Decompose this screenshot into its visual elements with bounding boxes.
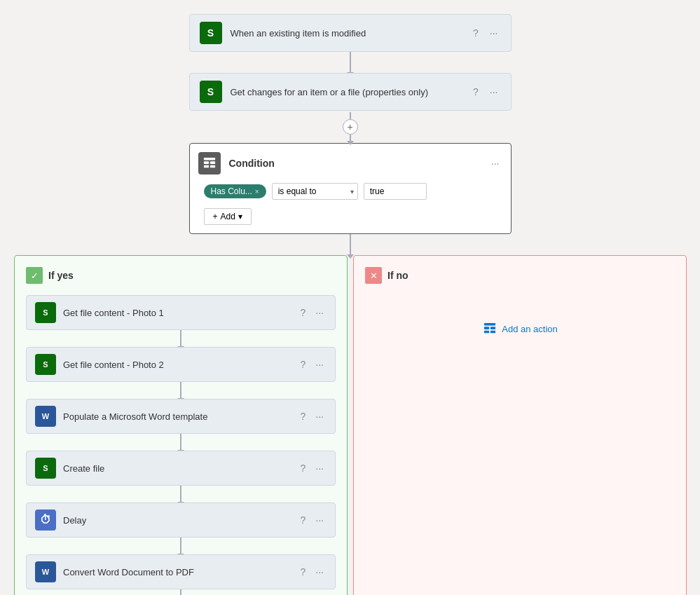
action-icon-5: ⏱ bbox=[35, 509, 56, 531]
action-step: S Create file ? ··· bbox=[26, 451, 336, 486]
conn-top-1 bbox=[350, 112, 351, 119]
condition-title: Condition bbox=[229, 158, 488, 169]
action-label-6: Convert Word Document to PDF bbox=[63, 567, 298, 577]
svg-rect-10 bbox=[484, 323, 495, 326]
action-2-help[interactable]: ? bbox=[298, 357, 309, 371]
svg-rect-3 bbox=[203, 165, 208, 168]
action-3-help[interactable]: ? bbox=[298, 409, 309, 423]
svg-rect-14 bbox=[490, 331, 495, 334]
action-label-3: Populate a Microsoft Word template bbox=[63, 411, 298, 422]
condition-tag-close[interactable]: × bbox=[255, 188, 259, 196]
trigger-help-button[interactable]: ? bbox=[470, 26, 481, 40]
split-container: ✓ If yes S Get file content - Photo 1 ? … bbox=[14, 255, 687, 595]
condition-more-button[interactable]: ··· bbox=[488, 156, 502, 170]
connector-1 bbox=[350, 52, 351, 73]
action-3-more[interactable]: ··· bbox=[313, 409, 327, 423]
action-icon-3: W bbox=[35, 406, 56, 427]
add-chevron: ▾ bbox=[238, 212, 242, 221]
small-conn-1 bbox=[180, 330, 181, 347]
condition-tag[interactable]: Has Colu... × bbox=[204, 184, 266, 198]
add-action-icon-no bbox=[482, 321, 497, 336]
connector-plus-1: + bbox=[343, 112, 358, 142]
conn-bottom-1 bbox=[350, 135, 351, 142]
get-changes-help-button[interactable]: ? bbox=[470, 85, 481, 99]
action-1-more[interactable]: ··· bbox=[313, 306, 327, 320]
yes-branch-header: ✓ If yes bbox=[26, 267, 336, 284]
add-action-no-button[interactable]: Add an action bbox=[482, 321, 558, 336]
trigger-step: S When an existing item is modified ? ··… bbox=[189, 14, 512, 52]
add-step-button-1[interactable]: + bbox=[343, 119, 358, 135]
svg-rect-0 bbox=[203, 158, 214, 160]
action-label-2: Get file content - Photo 2 bbox=[63, 360, 298, 370]
trigger-label: When an existing item is modified bbox=[231, 28, 471, 39]
condition-value-input[interactable] bbox=[364, 183, 427, 200]
yes-icon: ✓ bbox=[26, 267, 43, 284]
svg-rect-1 bbox=[203, 161, 208, 164]
action-6-more[interactable]: ··· bbox=[313, 565, 327, 579]
action-5-help[interactable]: ? bbox=[298, 513, 309, 527]
get-changes-icon: S bbox=[200, 81, 222, 103]
small-conn-3 bbox=[180, 434, 181, 451]
yes-branch-title: If yes bbox=[48, 270, 74, 281]
action-icon-2: S bbox=[35, 354, 56, 375]
action-step: ⏱ Delay ? ··· bbox=[26, 502, 336, 538]
action-step: W Convert Word Document to PDF ? ··· bbox=[26, 554, 336, 589]
action-5-more[interactable]: ··· bbox=[313, 513, 327, 527]
action-step: W Populate a Microsoft Word template ? ·… bbox=[26, 399, 336, 434]
action-label-1: Get file content - Photo 1 bbox=[63, 308, 298, 318]
trigger-more-button[interactable]: ··· bbox=[487, 26, 501, 40]
action-1-help[interactable]: ? bbox=[298, 306, 309, 320]
get-changes-label: Get changes for an item or a file (prope… bbox=[231, 87, 471, 97]
action-6-help[interactable]: ? bbox=[298, 565, 309, 579]
condition-tag-label: Has Colu... bbox=[211, 186, 252, 196]
no-branch-header: ✕ If no bbox=[365, 267, 675, 284]
svg-rect-13 bbox=[484, 331, 489, 334]
connector-2 bbox=[350, 234, 351, 255]
action-2-more[interactable]: ··· bbox=[313, 357, 327, 371]
add-icon: + bbox=[213, 212, 218, 221]
small-conn-2 bbox=[180, 382, 181, 399]
action-step: S Get file content - Photo 1 ? ··· bbox=[26, 295, 336, 330]
svg-rect-4 bbox=[210, 165, 214, 168]
no-branch: ✕ If no Add an action bbox=[353, 255, 687, 595]
svg-rect-2 bbox=[210, 161, 214, 164]
trigger-icon: S bbox=[200, 22, 222, 44]
action-icon-4: S bbox=[35, 458, 56, 479]
action-icon-1: S bbox=[35, 302, 56, 323]
action-4-more[interactable]: ··· bbox=[313, 461, 327, 475]
small-conn-6 bbox=[180, 589, 181, 595]
no-branch-title: If no bbox=[387, 270, 409, 281]
get-changes-more-button[interactable]: ··· bbox=[487, 85, 501, 99]
condition-card: Condition ··· Has Colu... × is equal to … bbox=[189, 143, 512, 234]
add-condition-button[interactable]: + Add ▾ bbox=[204, 208, 252, 225]
no-icon: ✕ bbox=[365, 267, 382, 284]
small-conn-4 bbox=[180, 486, 181, 502]
condition-row: Has Colu... × is equal to is not equal t… bbox=[204, 183, 502, 200]
svg-rect-11 bbox=[484, 327, 489, 329]
operator-wrapper: is equal to is not equal to contains doe… bbox=[272, 183, 358, 200]
action-step: S Get file content - Photo 2 ? ··· bbox=[26, 347, 336, 382]
condition-table-icon bbox=[198, 152, 221, 175]
svg-rect-12 bbox=[490, 327, 495, 329]
yes-branch: ✓ If yes S Get file content - Photo 1 ? … bbox=[14, 255, 348, 595]
action-label-4: Create file bbox=[63, 463, 298, 474]
add-action-no-label: Add an action bbox=[502, 324, 558, 334]
operator-select[interactable]: is equal to is not equal to contains doe… bbox=[272, 183, 358, 200]
action-icon-6: W bbox=[35, 561, 56, 582]
action-label-5: Delay bbox=[63, 515, 298, 526]
get-changes-step: S Get changes for an item or a file (pro… bbox=[189, 73, 512, 111]
action-4-help[interactable]: ? bbox=[298, 461, 309, 475]
small-conn-5 bbox=[180, 538, 181, 554]
add-label: Add bbox=[221, 212, 235, 221]
